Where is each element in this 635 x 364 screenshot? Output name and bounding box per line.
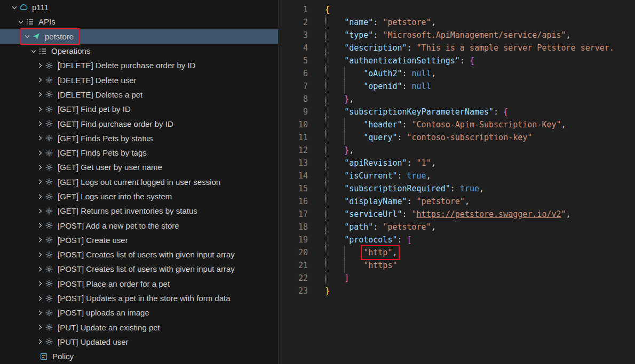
chevron-right-icon[interactable] bbox=[35, 76, 45, 84]
tree-row-petstore[interactable]: petstore bbox=[0, 29, 278, 44]
tree-row-get-find-pet-by-id[interactable]: [GET] Find pet by ID bbox=[0, 102, 278, 116]
tree-row-post-add-a-new-pet-to-the-store[interactable]: [POST] Add a new pet to the store bbox=[0, 218, 278, 232]
tree-row-post-updates-a-pet-in-the-store-with-form-data[interactable]: [POST] Updates a pet in the store with f… bbox=[0, 291, 278, 305]
line-content[interactable]: "subscriptionRequired": true, bbox=[325, 182, 484, 195]
chevron-right-icon[interactable] bbox=[35, 119, 45, 128]
line-number[interactable]: 21 bbox=[279, 259, 308, 272]
chevron-right-icon[interactable] bbox=[35, 250, 45, 259]
tree-row-operations[interactable]: Operations bbox=[0, 44, 278, 58]
line-content[interactable]: "oAuth2": null, bbox=[325, 67, 436, 80]
line-number[interactable]: 19 bbox=[279, 233, 308, 246]
line-number[interactable]: 8 bbox=[279, 93, 308, 106]
tree-row-get-returns-pet-inventories-by-status[interactable]: [GET] Returns pet inventories by status bbox=[0, 204, 278, 218]
code-token: : bbox=[397, 171, 407, 181]
chevron-right-icon[interactable] bbox=[35, 90, 45, 99]
line-number[interactable]: 20 bbox=[279, 246, 308, 259]
line-content[interactable]: "apiRevision": "1", bbox=[325, 157, 436, 169]
line-number[interactable]: 14 bbox=[279, 169, 308, 182]
tree-row-get-finds-pets-by-status[interactable]: [GET] Finds Pets by status bbox=[0, 131, 278, 145]
line-content[interactable]: "header": "Contoso-Apim-Subscription-Key… bbox=[325, 118, 566, 131]
line-number[interactable]: 16 bbox=[279, 195, 308, 208]
line-content[interactable]: { bbox=[325, 3, 330, 16]
tree-row-post-creates-list-of-users-with-given-input-array[interactable]: [POST] Creates list of users with given … bbox=[0, 262, 278, 276]
chevron-down-icon[interactable] bbox=[22, 32, 32, 41]
chevron-right-icon[interactable] bbox=[35, 134, 45, 142]
line-number[interactable]: 12 bbox=[279, 144, 308, 157]
line-content[interactable]: } bbox=[325, 285, 330, 297]
line-content[interactable]: "displayName": "petstore", bbox=[325, 195, 470, 208]
chevron-right-icon[interactable] bbox=[35, 177, 45, 186]
chevron-down-icon[interactable] bbox=[29, 47, 38, 55]
line-number[interactable]: 13 bbox=[279, 157, 308, 169]
chevron-right-icon[interactable] bbox=[35, 192, 45, 201]
tree-row-post-create-user[interactable]: [POST] Create user bbox=[0, 233, 278, 247]
line-content[interactable]: "type": "Microsoft.ApiManagement/service… bbox=[325, 29, 571, 42]
chevron-right-icon[interactable] bbox=[35, 61, 45, 70]
line-number[interactable]: 15 bbox=[279, 182, 308, 195]
line-number[interactable]: 6 bbox=[279, 67, 308, 80]
code-token: "isCurrent" bbox=[344, 171, 397, 181]
tree-row-content: [DELETE] Deletes a pet bbox=[35, 88, 146, 101]
line-content[interactable]: "openid": null bbox=[325, 80, 431, 93]
tree-row-post-creates-list-of-users-with-given-input-array[interactable]: [POST] Creates list of users with given … bbox=[0, 247, 278, 262]
line-number[interactable]: 23 bbox=[279, 285, 308, 297]
chevron-right-icon[interactable] bbox=[35, 236, 45, 244]
line-number[interactable]: 1 bbox=[279, 3, 308, 16]
line-content[interactable]: "description": "This is a sample server … bbox=[325, 42, 619, 54]
chevron-down-icon[interactable] bbox=[10, 3, 19, 12]
line-number[interactable]: 7 bbox=[279, 80, 308, 93]
line-number[interactable]: 10 bbox=[279, 118, 308, 131]
tree-row-delete-delete-user[interactable]: [DELETE] Delete user bbox=[0, 72, 278, 87]
line-content[interactable]: ] bbox=[325, 272, 349, 285]
gear-icon bbox=[45, 119, 54, 128]
chevron-right-icon[interactable] bbox=[35, 149, 45, 157]
chevron-right-icon[interactable] bbox=[35, 265, 45, 273]
line-number[interactable]: 22 bbox=[279, 272, 308, 285]
chevron-right-icon[interactable] bbox=[35, 309, 45, 317]
line-content[interactable]: "https" bbox=[325, 259, 397, 272]
tree-row-get-get-user-by-user-name[interactable]: [GET] Get user by user name bbox=[0, 160, 278, 174]
tree-row-p111[interactable]: p111 bbox=[0, 0, 278, 14]
tree-row-policy[interactable]: Policy bbox=[0, 349, 278, 363]
chevron-right-icon[interactable] bbox=[35, 279, 45, 288]
line-number[interactable]: 9 bbox=[279, 106, 308, 118]
line-number[interactable]: 17 bbox=[279, 208, 308, 221]
chevron-right-icon[interactable] bbox=[35, 337, 45, 346]
tree-row-delete-delete-purchase-order-by-id[interactable]: [DELETE] Delete purchase order by ID bbox=[0, 58, 278, 72]
line-content[interactable]: "authenticationSettings": { bbox=[325, 54, 474, 67]
line-number[interactable]: 5 bbox=[279, 54, 308, 67]
line-content[interactable]: "isCurrent": true, bbox=[325, 169, 431, 182]
tree-row-get-logs-out-current-logged-in-user-session[interactable]: [GET] Logs out current logged in user se… bbox=[0, 175, 278, 189]
chevron-right-icon[interactable] bbox=[35, 221, 45, 230]
code-editor[interactable]: 1{2 "name": "petstore",3 "type": "Micros… bbox=[278, 0, 635, 364]
tree-row-get-find-purchase-order-by-id[interactable]: [GET] Find purchase order by ID bbox=[0, 116, 278, 131]
chevron-right-icon[interactable] bbox=[35, 323, 45, 331]
line-number[interactable]: 3 bbox=[279, 29, 308, 42]
line-content[interactable]: "name": "petstore", bbox=[325, 16, 436, 29]
chevron-right-icon[interactable] bbox=[35, 163, 45, 172]
chevron-right-icon[interactable] bbox=[35, 207, 45, 215]
chevron-right-icon[interactable] bbox=[35, 294, 45, 303]
line-content[interactable]: "protocols": [ bbox=[325, 233, 412, 246]
line-content[interactable]: "path": "petstore", bbox=[325, 221, 436, 233]
tree-row-delete-deletes-a-pet[interactable]: [DELETE] Deletes a pet bbox=[0, 87, 278, 102]
line-content[interactable]: "http", bbox=[325, 246, 397, 259]
tree-row-post-uploads-an-image[interactable]: [POST] uploads an image bbox=[0, 305, 278, 320]
line-number[interactable]: 18 bbox=[279, 221, 308, 233]
line-number[interactable]: 2 bbox=[279, 16, 308, 29]
tree-row-get-finds-pets-by-tags[interactable]: [GET] Finds Pets by tags bbox=[0, 145, 278, 160]
tree-row-get-logs-user-into-the-system[interactable]: [GET] Logs user into the system bbox=[0, 189, 278, 204]
tree-row-apis[interactable]: APIs bbox=[0, 14, 278, 29]
chevron-down-icon[interactable] bbox=[16, 18, 26, 26]
chevron-right-icon[interactable] bbox=[35, 105, 45, 114]
line-content[interactable]: }, bbox=[325, 144, 354, 157]
line-content[interactable]: "subscriptionKeyParameterNames": { bbox=[325, 106, 508, 118]
tree-row-put-updated-user[interactable]: [PUT] Updated user bbox=[0, 335, 278, 349]
tree-row-put-update-an-existing-pet[interactable]: [PUT] Update an existing pet bbox=[0, 320, 278, 335]
line-number[interactable]: 11 bbox=[279, 131, 308, 144]
tree-row-post-place-an-order-for-a-pet[interactable]: [POST] Place an order for a pet bbox=[0, 277, 278, 291]
line-content[interactable]: "serviceUrl": "https://petstore.swagger.… bbox=[325, 208, 571, 221]
line-number[interactable]: 4 bbox=[279, 42, 308, 54]
line-content[interactable]: }, bbox=[325, 93, 354, 106]
line-content[interactable]: "query": "contoso-subscription-key" bbox=[325, 131, 532, 144]
